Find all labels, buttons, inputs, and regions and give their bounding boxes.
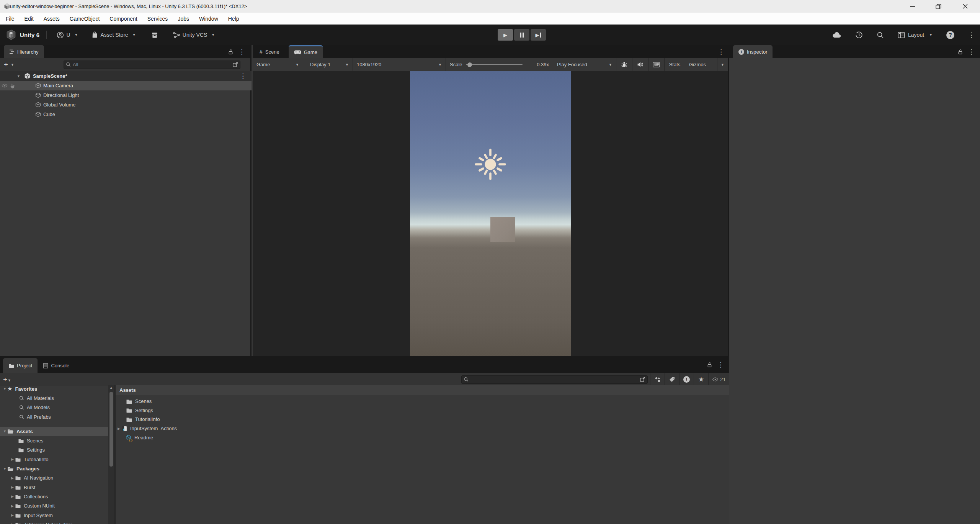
hierarchy-item-directional-light[interactable]: Directional Light xyxy=(0,90,252,100)
search-picker-icon[interactable] xyxy=(232,62,238,67)
asset-item-readme[interactable]: {} Readme xyxy=(116,433,729,442)
visible-count-button[interactable]: 21 xyxy=(708,373,729,386)
project-menu-button[interactable]: ⋮ xyxy=(717,361,724,369)
layout-dropdown[interactable]: Layout ▼ xyxy=(891,32,939,38)
menu-assets[interactable]: Assets xyxy=(39,13,65,25)
project-search-input[interactable] xyxy=(461,375,648,384)
history-button[interactable] xyxy=(848,31,870,39)
step-button[interactable]: ▶ xyxy=(531,29,546,41)
chevron-collapsed-icon[interactable]: ▶ xyxy=(10,495,15,498)
tree-assets-tutorialinfo[interactable]: ▶ TutorialInfo xyxy=(0,455,108,464)
tree-package-custom-nunit[interactable]: ▶ Custom NUnit xyxy=(0,501,108,511)
scene-menu-button[interactable]: ⋮ xyxy=(240,72,246,80)
tree-package-jetbrains-rider[interactable]: ▶ JetBrains Rider Editor xyxy=(0,520,108,524)
scroll-up-arrow[interactable]: ▲ xyxy=(108,386,114,390)
project-tree-scrollbar[interactable]: ▲ xyxy=(108,385,114,524)
lock-icon[interactable] xyxy=(228,49,233,55)
visibility-eye-icon[interactable] xyxy=(2,84,8,88)
game-viewport[interactable] xyxy=(410,71,571,356)
close-button[interactable] xyxy=(953,0,977,13)
hierarchy-search-input[interactable]: All xyxy=(64,61,240,69)
tab-inspector[interactable]: i Inspector xyxy=(733,45,773,58)
tree-package-burst[interactable]: ▶ Burst xyxy=(0,483,108,492)
focus-mode-dropdown[interactable]: Play Focused▼ xyxy=(553,58,616,71)
tree-all-materials[interactable]: All Materials xyxy=(0,393,108,403)
tab-game[interactable]: Game xyxy=(289,45,323,58)
chevron-expanded-icon[interactable]: ▼ xyxy=(2,467,7,471)
pickability-hand-icon[interactable] xyxy=(10,83,15,88)
minimize-button[interactable] xyxy=(901,0,924,13)
tree-assets-root[interactable]: ▼ Assets xyxy=(0,427,108,436)
cloud-button[interactable] xyxy=(825,32,848,38)
chevron-collapsed-icon[interactable]: ▶ xyxy=(10,485,15,489)
gizmos-dropdown[interactable]: Gizmos▼ xyxy=(685,58,728,71)
search-picker-icon[interactable] xyxy=(640,377,645,382)
tree-packages-root[interactable]: ▼ Packages xyxy=(0,464,108,473)
pause-button[interactable] xyxy=(514,29,529,41)
menu-edit[interactable]: Edit xyxy=(20,13,39,25)
hierarchy-item-cube[interactable]: Cube xyxy=(0,110,252,119)
menu-file[interactable]: File xyxy=(1,13,20,25)
create-asset-button[interactable]: + ▼ xyxy=(3,375,11,384)
account-button[interactable]: U ▼ xyxy=(54,31,81,39)
chevron-collapsed-icon[interactable]: ▶ xyxy=(10,457,15,461)
scale-slider[interactable] xyxy=(466,64,523,65)
game-mode-dropdown[interactable]: Game▼ xyxy=(253,58,303,71)
scene-row[interactable]: ▼ SampleScene* ⋮ xyxy=(0,71,252,81)
tab-console[interactable]: Console xyxy=(38,358,75,373)
menu-services[interactable]: Services xyxy=(142,13,173,25)
chevron-collapsed-icon[interactable]: ▶ xyxy=(10,513,15,517)
search-button[interactable] xyxy=(870,31,891,39)
chevron-collapsed-icon[interactable]: ▶ xyxy=(10,476,15,480)
menu-help[interactable]: Help xyxy=(223,13,244,25)
tab-scene[interactable]: # Scene xyxy=(254,45,285,58)
tree-package-collections[interactable]: ▶ Collections xyxy=(0,492,108,501)
asset-item-settings[interactable]: Settings xyxy=(116,406,729,415)
tree-favorites-root[interactable]: ▼ ★ Favorites xyxy=(0,385,108,393)
restore-button[interactable] xyxy=(926,0,950,13)
menu-window[interactable]: Window xyxy=(194,13,223,25)
hidden-packages-button[interactable]: ! xyxy=(679,373,694,386)
assets-pane-header[interactable]: Assets xyxy=(116,385,729,395)
hierarchy-menu-button[interactable]: ⋮ xyxy=(238,48,245,56)
asset-item-tutorialinfo[interactable]: TutorialInfo xyxy=(116,415,729,424)
chevron-collapsed-icon[interactable]: ▶ xyxy=(10,522,15,524)
tree-assets-scenes[interactable]: Scenes xyxy=(0,436,108,445)
tree-all-prefabs[interactable]: All Prefabs xyxy=(0,412,108,421)
tab-project[interactable]: Project xyxy=(3,358,38,373)
display-dropdown[interactable]: Display 1▼ xyxy=(303,58,353,71)
chevron-expanded-icon[interactable]: ▼ xyxy=(2,387,7,391)
asset-item-scenes[interactable]: Scenes xyxy=(116,397,729,406)
scrollbar-thumb[interactable] xyxy=(109,392,113,467)
lock-icon[interactable] xyxy=(958,49,963,55)
game-menu-button[interactable]: ⋮ xyxy=(718,48,724,56)
asset-item-inputsystem-actions[interactable]: ▶ InputSystem_Actions xyxy=(116,424,729,433)
toolbar-more-button[interactable]: ⋮ xyxy=(961,31,980,39)
vsync-keyboard-toggle[interactable] xyxy=(648,58,665,71)
tree-package-ai-navigation[interactable]: ▶ AI Navigation xyxy=(0,473,108,483)
menu-jobs[interactable]: Jobs xyxy=(173,13,194,25)
chevron-expanded-icon[interactable]: ▼ xyxy=(2,429,7,433)
lock-icon[interactable] xyxy=(707,362,712,368)
hierarchy-item-main-camera[interactable]: Main Camera xyxy=(0,81,252,90)
tree-all-models[interactable]: All Models xyxy=(0,403,108,412)
chevron-expanded-icon[interactable]: ▼ xyxy=(17,74,20,78)
chevron-collapsed-icon[interactable]: ▶ xyxy=(10,504,15,508)
favorites-star-button[interactable]: ★ xyxy=(694,373,708,386)
debug-bug-toggle[interactable] xyxy=(616,58,632,71)
filter-by-type-button[interactable] xyxy=(650,373,665,386)
create-object-button[interactable]: + ▼ xyxy=(4,61,14,69)
hierarchy-item-global-volume[interactable]: Global Volume xyxy=(0,100,252,110)
tree-assets-settings[interactable]: Settings xyxy=(0,445,108,455)
play-button[interactable]: ▶ xyxy=(498,29,513,41)
chevron-collapsed-icon[interactable]: ▶ xyxy=(116,427,121,431)
menu-component[interactable]: Component xyxy=(105,13,142,25)
tab-hierarchy[interactable]: Hierarchy xyxy=(4,45,44,58)
tree-package-input-system[interactable]: ▶ Input System xyxy=(0,511,108,520)
scale-slider-knob[interactable] xyxy=(467,62,472,67)
menu-gameobject[interactable]: GameObject xyxy=(65,13,105,25)
help-button[interactable]: ? xyxy=(939,31,961,39)
filter-by-label-button[interactable] xyxy=(665,373,679,386)
unity-vcs-button[interactable]: Unity VCS ▼ xyxy=(170,32,218,38)
inspector-menu-button[interactable]: ⋮ xyxy=(968,48,975,56)
